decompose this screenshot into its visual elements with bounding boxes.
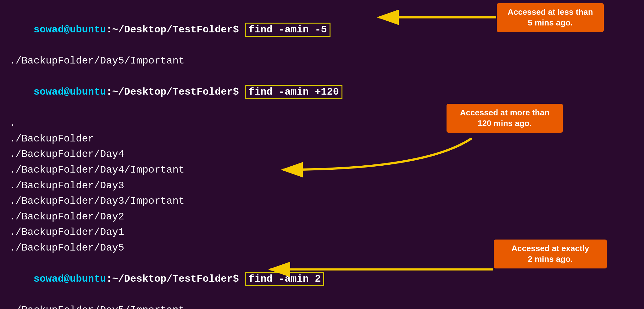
annotation-amin-plus120: Accessed at more than120 mins ago. [447, 104, 563, 133]
prompt-dollar: $ [233, 24, 245, 36]
output-line-1: ./BackupFolder/Day5/Important [9, 53, 635, 69]
prompt-path: :~/Desktop/TestFolder [106, 24, 233, 36]
output-line-bf-d3-imp: ./BackupFolder/Day3/Important [9, 193, 635, 209]
output-line-bf-d4: ./BackupFolder/Day4 [9, 146, 635, 162]
output-line-bf-d5-imp: ./BackupFolder/Day5/Important [9, 302, 635, 309]
output-line-bf-d4-imp: ./BackupFolder/Day4/Important [9, 162, 635, 178]
prompt-path-2: :~/Desktop/TestFolder [106, 86, 233, 98]
prompt-dollar-3: $ [233, 273, 245, 285]
output-line-bf-d1: ./BackupFolder/Day1 [9, 224, 635, 240]
annotation-amin-minus5: Accessed at less than5 mins ago. [497, 3, 604, 32]
cmd-find-amin-2: find -amin 2 [245, 272, 324, 286]
prompt-path-3: :~/Desktop/TestFolder [106, 273, 233, 285]
prompt-user-2: sowad@ubuntu [34, 86, 106, 98]
output-line-bf: ./BackupFolder [9, 131, 635, 147]
cmd-find-amin-minus5: find -amin -5 [245, 23, 330, 37]
cmd-find-amin-plus120: find -amin +120 [245, 85, 342, 99]
output-line-bf-d2: ./BackupFolder/Day2 [9, 209, 635, 225]
prompt-user-3: sowad@ubuntu [34, 273, 106, 285]
prompt-user: sowad@ubuntu [34, 24, 106, 36]
prompt-dollar-2: $ [233, 86, 245, 98]
output-line-bf-d3: ./BackupFolder/Day3 [9, 178, 635, 194]
annotation-amin-2: Accessed at exactly2 mins ago. [494, 240, 607, 268]
